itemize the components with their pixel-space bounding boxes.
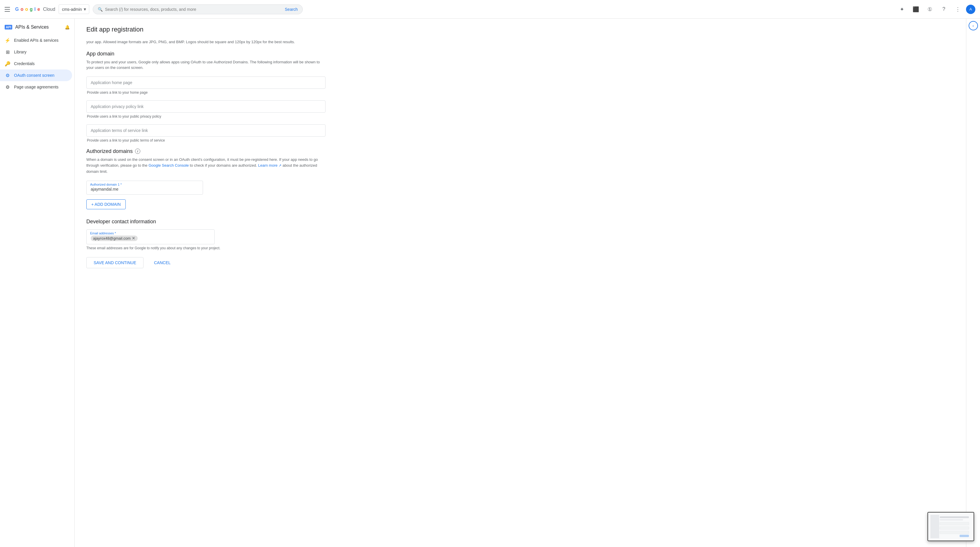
hamburger-menu[interactable] (5, 6, 12, 13)
enabled-apis-icon: ⚡ (5, 37, 11, 43)
sidebar: API APIs & Services 🔔 ⚡ Enabled APIs & s… (0, 19, 75, 547)
email-field-label: Email addresses * (90, 231, 116, 235)
app-domain-title: App domain (86, 51, 326, 57)
email-input[interactable] (139, 236, 190, 241)
svg-rect-2 (940, 516, 969, 518)
project-name: cms-admin (62, 7, 82, 12)
sidebar-item-library[interactable]: ⊞ Library (0, 46, 72, 58)
auth-desc-text-2: to check if your domains are authorized. (189, 163, 258, 167)
authorized-domains-heading: Authorized domains i (86, 148, 326, 155)
home-page-field: Provide users a link to your home page (86, 77, 326, 94)
sidebar-item-oauth-consent[interactable]: ⚙ OAuth consent screen (0, 70, 72, 81)
page-usage-icon: ⚙ (5, 84, 11, 90)
thumbnail-svg (931, 515, 971, 538)
oauth-icon: ⚙ (5, 72, 11, 78)
privacy-policy-input-wrapper (86, 100, 326, 113)
auth-domain-description: When a domain is used on the consent scr… (86, 157, 326, 175)
credentials-icon: 🔑 (5, 61, 11, 67)
chevron-down-icon: ▾ (84, 6, 86, 12)
svg-rect-7 (959, 535, 969, 537)
help-icon[interactable]: ? (938, 3, 950, 15)
sidebar-item-label: Enabled APIs & services (14, 38, 59, 43)
search-button[interactable]: Search (285, 7, 298, 12)
sidebar-item-label: Credentials (14, 61, 35, 66)
save-and-continue-button[interactable]: SAVE AND CONTINUE (86, 257, 143, 268)
email-chip-text: ajayrox48@gmail.com (93, 236, 130, 241)
cancel-button[interactable]: CANCEL (147, 257, 178, 268)
star-icon[interactable]: ✦ (896, 3, 908, 15)
nav-actions: ✦ ⬛ ① ? ⋮ A (896, 3, 975, 15)
search-input[interactable] (105, 7, 283, 12)
app-domain-desc: To protect you and your users, Google on… (86, 59, 326, 71)
developer-contact-title: Developer contact information (86, 218, 326, 225)
more-options-icon[interactable]: ⋮ (952, 3, 964, 15)
privacy-policy-input[interactable] (91, 104, 321, 109)
thumbnail-overlay (928, 512, 974, 541)
sidebar-brand-label: APIs & Services (15, 24, 49, 30)
sidebar-item-credentials[interactable]: 🔑 Credentials (0, 58, 72, 70)
library-icon: ⊞ (5, 49, 11, 55)
sidebar-item-enabled-apis[interactable]: ⚡ Enabled APIs & services (0, 34, 72, 46)
action-buttons: SAVE AND CONTINUE CANCEL (86, 257, 326, 277)
bell-icon[interactable]: 🔔 (65, 25, 70, 29)
thumbnail-preview (928, 513, 974, 541)
sidebar-item-page-usage[interactable]: ⚙ Page usage agreements (0, 81, 72, 93)
sidebar-brand: API APIs & Services 🔔 (0, 21, 75, 34)
help-circle-icon[interactable]: i (135, 148, 140, 154)
sidebar-item-label: Library (14, 49, 27, 54)
account-avatar[interactable]: A (966, 5, 975, 14)
svg-rect-3 (940, 519, 963, 520)
email-field-wrapper: Email addresses * ajayrox48@gmail.com ✕ (86, 230, 215, 244)
sidebar-item-label: OAuth consent screen (14, 73, 54, 78)
project-selector[interactable]: cms-admin ▾ (59, 5, 89, 14)
page-title: Edit app registration (86, 26, 326, 33)
api-badge: API (5, 25, 12, 29)
intro-text: your app. Allowed image formats are JPG,… (86, 39, 326, 45)
external-link-icon: ↗ (278, 163, 282, 167)
terms-service-hint: Provide users a link to your public term… (86, 138, 326, 142)
cloud-shell-icon[interactable]: ⬛ (910, 3, 922, 15)
email-chip: ajayrox48@gmail.com ✕ (91, 236, 138, 241)
terms-service-input[interactable] (91, 128, 321, 133)
search-bar: 🔍 Search (93, 5, 303, 14)
remove-email-chip[interactable]: ✕ (132, 236, 135, 240)
notification-icon[interactable]: ① (924, 3, 935, 15)
top-navigation: Google Cloud cms-admin ▾ 🔍 Search ✦ ⬛ ① … (0, 0, 980, 19)
add-domain-button[interactable]: + ADD DOMAIN (86, 199, 126, 209)
email-chips-container: ajayrox48@gmail.com ✕ (91, 236, 210, 241)
home-page-input-wrapper (86, 77, 326, 89)
authorized-domain-input-wrapper: Authorized domain 1 * (86, 181, 203, 195)
terms-service-input-wrapper (86, 124, 326, 137)
home-page-hint: Provide users a link to your home page (86, 91, 326, 94)
page-content: Edit app registration your app. Allowed … (75, 19, 337, 285)
authorized-domains-title-text: Authorized domains (86, 148, 133, 155)
terms-service-field: Provide users a link to your public term… (86, 124, 326, 142)
svg-rect-4 (940, 522, 969, 525)
authorized-domain-input[interactable] (91, 187, 199, 191)
right-panel: ‹ (966, 19, 980, 547)
google-search-console-link[interactable]: Google Search Console (148, 163, 189, 167)
search-icon: 🔍 (98, 7, 103, 12)
privacy-policy-field: Provide users a link to your public priv… (86, 100, 326, 118)
svg-rect-1 (931, 515, 939, 538)
email-hint: These email addresses are for Google to … (86, 246, 326, 250)
svg-rect-5 (940, 526, 969, 529)
authorized-domain-label: Authorized domain 1 * (90, 183, 122, 186)
privacy-policy-hint: Provide users a link to your public priv… (86, 115, 326, 118)
svg-rect-6 (940, 531, 969, 534)
sidebar-item-label: Page usage agreements (14, 85, 59, 89)
home-page-input[interactable] (91, 80, 321, 85)
learn-more-link[interactable]: Learn more ↗ (258, 163, 282, 167)
main-content: Edit app registration your app. Allowed … (75, 19, 966, 547)
google-cloud-logo: Google Cloud (15, 7, 55, 12)
main-layout: API APIs & Services 🔔 ⚡ Enabled APIs & s… (0, 19, 980, 547)
collapse-panel-button[interactable]: ‹ (969, 21, 978, 30)
